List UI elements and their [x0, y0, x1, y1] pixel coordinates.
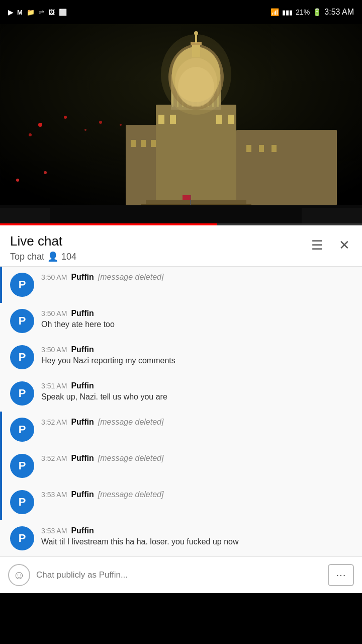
viewer-count: 104 — [61, 252, 76, 262]
video-progress-fill — [0, 223, 217, 225]
video-progress-bar[interactable] — [0, 223, 362, 225]
chat-header: Live chat Top chat 👤 104 ☰ ✕ — [0, 225, 362, 267]
message-time: 3:52 AM — [41, 454, 67, 462]
message-content: 3:53 AM Puffin [message deleted] — [41, 490, 352, 500]
svg-point-31 — [161, 34, 231, 115]
svg-rect-33 — [170, 115, 176, 124]
svg-point-2 — [64, 116, 67, 119]
svg-rect-39 — [246, 145, 251, 152]
message-content: 3:51 AM Puffin Speak up, Nazi. tell us w… — [41, 381, 352, 403]
battery-icon: 🔋 — [313, 8, 321, 16]
svg-rect-8 — [236, 130, 337, 205]
message-meta: 3:51 AM Puffin — [41, 381, 352, 390]
message-time: 3:53 AM — [41, 491, 67, 499]
message-text: Hey you Nazi reporting my comments — [41, 355, 352, 366]
share-icon: ⇌ — [39, 9, 44, 16]
message-text: Oh they ate here too — [41, 319, 352, 330]
message-content: 3:53 AM Puffin Wait til I livestream thi… — [41, 526, 352, 547]
svg-point-47 — [16, 179, 19, 182]
send-button[interactable]: ⋯ — [328, 564, 354, 586]
message-text-deleted: [message deleted] — [98, 454, 164, 463]
message-meta: 3:53 AM Puffin — [41, 526, 352, 535]
chat-header-controls: ☰ ✕ — [309, 235, 352, 255]
chat-messages-list: P 3:50 AM Puffin [message deleted] P 3:5… — [0, 267, 362, 556]
avatar: P — [10, 381, 34, 406]
battery-percent: 21% — [296, 8, 310, 16]
message-text: Speak up, Nazi. tell us who you are — [41, 391, 352, 403]
svg-rect-38 — [151, 140, 156, 147]
message-author: Puffin — [71, 345, 94, 354]
folder-icon: 📁 — [27, 9, 35, 16]
message-content: 3:52 AM Puffin [message deleted] — [41, 454, 352, 464]
time-display: 3:53 AM — [324, 8, 354, 17]
message-time: 3:51 AM — [41, 382, 67, 390]
message-author: Puffin — [71, 309, 94, 318]
filter-icon: ☰ — [311, 237, 323, 253]
message-time: 3:53 AM — [41, 527, 67, 535]
chat-message: P 3:51 AM Puffin Speak up, Nazi. tell us… — [0, 375, 362, 412]
svg-rect-37 — [141, 140, 146, 147]
svg-point-1 — [38, 123, 42, 127]
message-content: 3:52 AM Puffin [message deleted] — [41, 418, 352, 428]
chat-message: P 3:50 AM Puffin Oh they ate here too — [0, 303, 362, 339]
live-chat-title: Live chat — [10, 233, 76, 249]
avatar: P — [10, 418, 34, 442]
message-author: Puffin — [71, 418, 94, 427]
video-content — [0, 24, 362, 225]
svg-rect-43 — [183, 195, 191, 200]
viewer-icon: 👤 — [47, 251, 58, 262]
message-text-deleted: [message deleted] — [98, 418, 164, 427]
chat-message: P 3:50 AM Puffin Hey you Nazi reporting … — [0, 339, 362, 375]
svg-point-6 — [120, 124, 122, 126]
message-time: 3:52 AM — [41, 418, 67, 426]
svg-rect-46 — [302, 208, 362, 225]
svg-rect-40 — [259, 145, 264, 152]
emoji-icon: ☺ — [13, 568, 26, 582]
message-time: 3:50 AM — [41, 273, 67, 281]
message-meta: 3:52 AM Puffin [message deleted] — [41, 454, 352, 463]
emoji-button[interactable]: ☺ — [8, 564, 30, 586]
svg-rect-41 — [272, 145, 277, 152]
top-chat-row: Top chat 👤 104 — [10, 251, 76, 262]
m-icon: M — [17, 9, 23, 16]
avatar: P — [10, 345, 34, 369]
chat-message: P 3:52 AM Puffin [message deleted] — [0, 448, 362, 484]
message-text-deleted: [message deleted] — [98, 273, 164, 282]
message-text: Wait til I livestream this ha ha. loser.… — [41, 536, 352, 547]
message-content: 3:50 AM Puffin [message deleted] — [41, 273, 352, 283]
chat-message: P 3:53 AM Puffin Wait til I livestream t… — [0, 520, 362, 556]
message-author: Puffin — [71, 454, 94, 463]
close-chat-button[interactable]: ✕ — [337, 235, 352, 255]
message-meta: 3:53 AM Puffin [message deleted] — [41, 490, 352, 499]
avatar: P — [10, 490, 34, 514]
message-meta: 3:50 AM Puffin [message deleted] — [41, 273, 352, 282]
avatar: P — [10, 309, 34, 333]
top-chat-label: Top chat — [10, 252, 44, 262]
close-icon: ✕ — [339, 237, 350, 253]
chat-message: P 3:53 AM Puffin [message deleted] — [0, 484, 362, 520]
chat-message: P 3:50 AM Puffin [message deleted] — [0, 267, 362, 303]
chat-input[interactable] — [36, 564, 322, 586]
avatar: P — [10, 526, 34, 550]
svg-point-3 — [29, 133, 32, 136]
svg-rect-32 — [158, 115, 164, 124]
message-text-deleted: [message deleted] — [98, 490, 164, 499]
status-indicators: 📶 ▮▮▮ 21% 🔋 3:53 AM — [270, 8, 354, 17]
message-time: 3:50 AM — [41, 346, 67, 354]
message-content: 3:50 AM Puffin Oh they ate here too — [41, 309, 352, 330]
image-icon: 🖼 — [48, 9, 55, 16]
svg-point-5 — [84, 129, 86, 131]
send-icon: ⋯ — [336, 569, 346, 581]
chat-message: P 3:52 AM Puffin [message deleted] — [0, 412, 362, 448]
message-meta: 3:50 AM Puffin — [41, 345, 352, 354]
status-bar: ▶ M 📁 ⇌ 🖼 ⬜ 📶 ▮▮▮ 21% 🔋 3:53 AM — [0, 0, 362, 24]
video-player[interactable] — [0, 24, 362, 225]
message-author: Puffin — [71, 273, 94, 282]
message-author: Puffin — [71, 526, 94, 535]
filter-button[interactable]: ☰ — [309, 235, 325, 255]
youtube-icon: ▶ — [8, 9, 13, 16]
signal-icon: ▮▮▮ — [282, 9, 293, 16]
message-meta: 3:50 AM Puffin — [41, 309, 352, 318]
svg-point-4 — [99, 121, 102, 124]
avatar: P — [10, 454, 34, 478]
